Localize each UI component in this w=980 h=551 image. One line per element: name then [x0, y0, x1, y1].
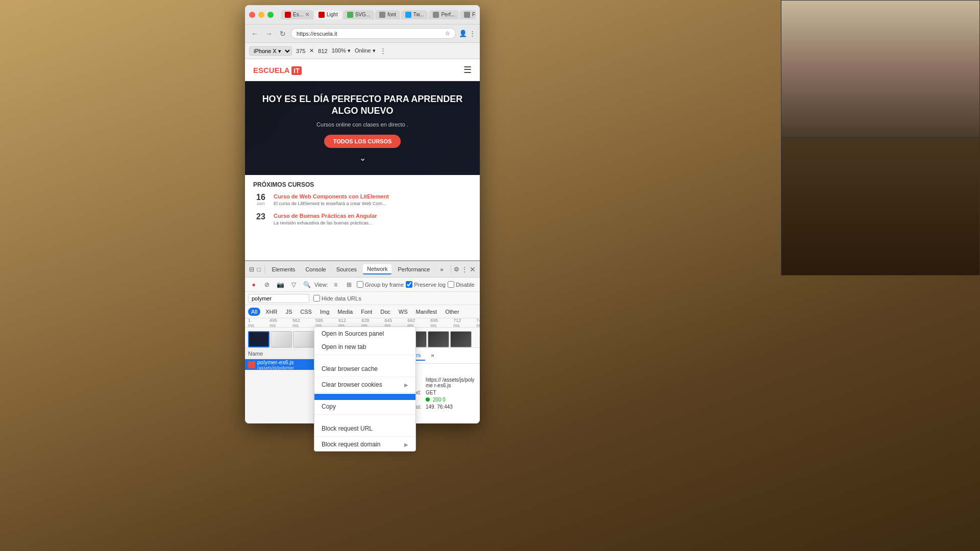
timeline-thumb-10[interactable]: [450, 331, 472, 347]
devtools-undock-button[interactable]: □: [256, 264, 261, 275]
tab-more-panels[interactable]: »: [436, 265, 447, 274]
forward-button[interactable]: →: [263, 29, 275, 39]
ctx-clear-cookies[interactable]: Clear browser cache: [314, 362, 415, 375]
filter-xhr[interactable]: XHR: [262, 308, 280, 316]
ctx-save-as[interactable]: Block request URL: [314, 422, 415, 435]
thumb-content-1: [249, 332, 268, 346]
hero-cta-button[interactable]: TODOS LOS CURSOS: [324, 135, 401, 148]
tab-label-light: Light: [327, 12, 338, 17]
course-title-2[interactable]: Curso de Buenas Prácticas en Angular: [274, 213, 377, 219]
devtools-dock-button[interactable]: ⊟: [249, 264, 254, 275]
url-bar[interactable]: https://escuela.it ☆: [291, 28, 456, 39]
device-selector[interactable]: iPhone X ▾: [249, 46, 292, 56]
course-item-1: 16 ABR Curso de Web Components con LitEl…: [253, 193, 472, 207]
traffic-light-maximize[interactable]: [267, 12, 274, 18]
tab-escuela[interactable]: Es... ✕: [281, 10, 313, 19]
ctx-block-url[interactable]: [314, 394, 415, 400]
tab-elements[interactable]: Elements: [268, 265, 300, 274]
group-by-frame-label[interactable]: Group by frame: [357, 281, 404, 288]
network-filter-input[interactable]: [248, 294, 309, 303]
tab-perf[interactable]: Perf...: [429, 10, 459, 19]
hide-data-urls-checkbox[interactable]: [313, 295, 320, 302]
webcam-bottom: [781, 138, 980, 276]
record-button[interactable]: ●: [248, 279, 259, 290]
filter-manifest[interactable]: Manifest: [413, 308, 440, 316]
refresh-button[interactable]: ↻: [278, 29, 288, 39]
ctx-block-domain[interactable]: Copy: [314, 400, 415, 413]
group-view-button[interactable]: ⊞: [344, 279, 355, 290]
filter-media[interactable]: Media: [334, 308, 356, 316]
search-button[interactable]: 🔍: [301, 279, 312, 290]
thumb-content-9: [428, 332, 449, 347]
back-button[interactable]: ←: [249, 29, 260, 39]
ctx-save-har[interactable]: [314, 416, 415, 422]
timeline-thumb-3[interactable]: [293, 331, 314, 347]
ctx-copy[interactable]: Clear browser cookies ▶: [314, 378, 415, 391]
ctx-copy-arrow: ▶: [404, 382, 408, 388]
bookmark-icon[interactable]: ☆: [445, 30, 450, 37]
filter-all[interactable]: All: [248, 308, 260, 316]
tab-console[interactable]: Console: [301, 265, 330, 274]
timeline-thumb-1[interactable]: [248, 331, 270, 347]
devtools-more-button[interactable]: ⋮: [461, 264, 468, 275]
group-by-frame-checkbox[interactable]: [357, 281, 363, 288]
webcam-top-feed: [781, 1, 979, 137]
screenshot-button[interactable]: 📷: [275, 279, 286, 290]
filter-js[interactable]: JS: [282, 308, 295, 316]
list-view-button[interactable]: ≡: [330, 279, 341, 290]
timeline-thumb-9[interactable]: [428, 331, 449, 347]
filter-button[interactable]: ▽: [288, 279, 299, 290]
clear-button[interactable]: ⊘: [261, 279, 273, 290]
ctx-clear-cache[interactable]: [314, 356, 415, 362]
tab-faste[interactable]: Faste...: [460, 10, 476, 19]
hide-data-urls-label[interactable]: Hide data URLs: [313, 295, 361, 302]
tab-close-escuela[interactable]: ✕: [305, 12, 309, 17]
ctx-open-new-tab[interactable]: Open in new tab: [314, 340, 415, 354]
device-more-button[interactable]: ⋮: [380, 47, 386, 55]
course-month-1: ABR: [253, 202, 268, 206]
devtools-close-button[interactable]: ✕: [470, 265, 476, 273]
site-logo: ESCUELA IT: [253, 66, 302, 74]
traffic-light-close[interactable]: [249, 12, 255, 18]
tab-favicon-perf: [433, 12, 439, 18]
profile-button[interactable]: 👤: [459, 30, 467, 37]
tab-light[interactable]: Light: [314, 10, 342, 19]
hamburger-icon[interactable]: ☰: [463, 64, 472, 76]
disable-cache-label[interactable]: Disable: [448, 281, 475, 288]
course-info-2: Curso de Buenas Prácticas en Angular La …: [274, 213, 377, 227]
ctx-separator-2: [314, 377, 415, 377]
course-title-1[interactable]: Curso de Web Components con LitElement: [274, 193, 389, 199]
filter-font[interactable]: Font: [358, 308, 375, 316]
tab-more-headers[interactable]: »: [427, 350, 438, 361]
ctx-copy-label: Clear browser cookies: [322, 381, 382, 388]
course-desc-2: La revisión exhaustiva de las buenas prá…: [274, 220, 377, 227]
preserve-log-label[interactable]: Preserve log: [406, 281, 446, 288]
status-code-text: 200 0: [433, 397, 446, 403]
devtools-settings-button[interactable]: ⚙: [454, 264, 459, 275]
tab-network[interactable]: Network: [363, 264, 391, 274]
ctx-save-as-label: Block request URL: [322, 425, 373, 432]
remote-address-value: 149. 76:443: [426, 404, 453, 410]
ctx-open-sources[interactable]: Open in Sources panel: [314, 327, 415, 340]
disable-cache-checkbox[interactable]: [448, 281, 454, 288]
filter-ws[interactable]: WS: [396, 308, 411, 316]
filter-other[interactable]: Other: [442, 308, 462, 316]
traffic-light-minimize[interactable]: [258, 12, 264, 18]
ctx-voz[interactable]: Block request domain ▶: [314, 438, 415, 451]
context-menu: Open in Sources panel Open in new tab Cl…: [314, 327, 416, 452]
time-label-1: 1 ms: [248, 318, 254, 328]
tab-svg[interactable]: SVG...: [343, 10, 374, 19]
tab-twitter[interactable]: Tw...: [401, 10, 428, 19]
preserve-log-checkbox[interactable]: [406, 281, 412, 288]
filter-doc[interactable]: Doc: [377, 308, 394, 316]
tab-font[interactable]: font: [375, 10, 400, 19]
filter-img[interactable]: Img: [317, 308, 332, 316]
logo-text: ESCUELA: [253, 66, 289, 74]
thumb-content-3: [293, 332, 314, 347]
filter-css[interactable]: CSS: [297, 308, 315, 316]
thumb-content-10: [451, 332, 471, 347]
browser-more-button[interactable]: ⋮: [469, 30, 476, 37]
tab-sources[interactable]: Sources: [332, 265, 361, 274]
timeline-thumb-2[interactable]: [271, 331, 292, 347]
tab-performance[interactable]: Performance: [394, 265, 434, 274]
